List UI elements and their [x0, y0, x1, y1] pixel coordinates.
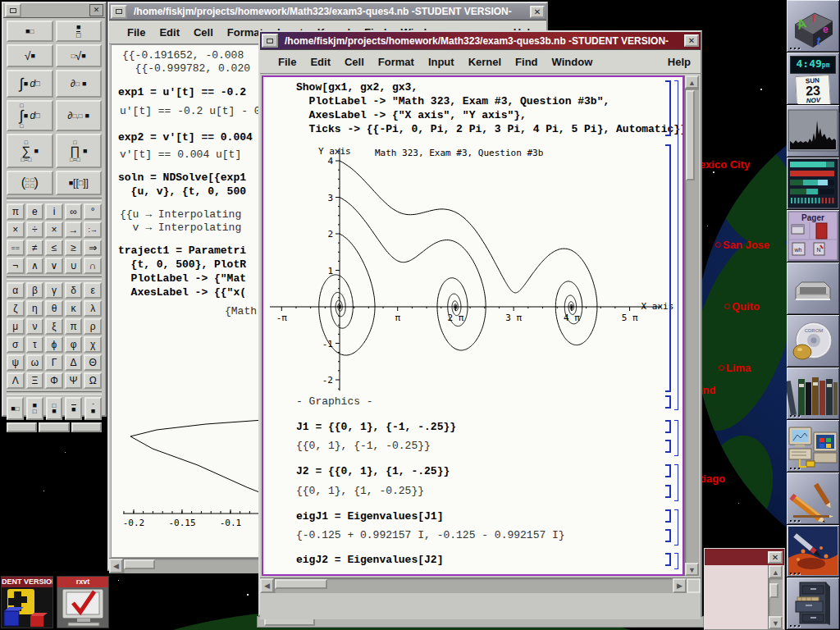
palette-symbol-°[interactable]: ° — [84, 203, 102, 220]
palette-symbol-∞[interactable]: ∞ — [65, 203, 83, 220]
front-hscrollbar[interactable]: ◀ ▶ · — [260, 578, 701, 593]
back-cell-output[interactable]: u'[t] == -0.2 u[t] - 0 — [120, 105, 261, 118]
back-titlebar[interactable]: /home/fiskjm/projects/homework/Math323/e… — [109, 3, 546, 21]
scroll-down-icon[interactable]: ▼ — [769, 616, 783, 629]
cell-bracket[interactable] — [665, 80, 671, 136]
palette-symbol-Ψ[interactable]: Ψ — [65, 372, 83, 389]
front-cell-output[interactable]: {{0, 1}, {1, -0.25}} — [296, 485, 424, 498]
palette-symbol-÷[interactable]: ÷ — [26, 221, 44, 238]
cell-bracket[interactable] — [665, 420, 671, 433]
palette-hat-button[interactable]: ˆ■ — [84, 397, 102, 420]
palette-symbol-e[interactable]: e — [26, 203, 44, 220]
palette-symbol-∩[interactable]: ∩ — [84, 258, 102, 274]
scroll-up-icon[interactable]: ▲ — [769, 565, 783, 578]
books-icon[interactable] — [787, 368, 839, 420]
palette-symbol-ξ[interactable]: ξ — [45, 318, 63, 335]
palette-subscript-button[interactable]: ■□ — [7, 397, 24, 420]
close-icon[interactable]: ✕ — [684, 34, 699, 47]
pager-icon[interactable]: Pager wh N — [787, 210, 839, 262]
front-cell-input[interactable]: eigJ1 = Eigenvalues[J1] — [296, 509, 443, 523]
back-cell-output[interactable]: v'[t] == 0.004 u[t] — [120, 148, 241, 162]
front-titlebar[interactable]: /home/fiskjm/projects/homework/Math323/e… — [260, 32, 701, 50]
palette-definite-integral-button[interactable]: □∫□■ d□ — [7, 100, 53, 131]
palette-symbol-≤[interactable]: ≤ — [45, 240, 63, 256]
front-menu-kernel[interactable]: Kernel — [468, 56, 501, 68]
cell-group-bracket[interactable] — [674, 464, 678, 501]
palette-symbol-φ[interactable]: φ — [65, 336, 83, 353]
palette-symbol-θ[interactable]: θ — [45, 300, 63, 317]
back-cell-plotlabel[interactable]: {Math — [225, 305, 257, 318]
file-cabinet-icon[interactable] — [787, 578, 839, 630]
front-menu-input[interactable]: Input — [428, 56, 454, 68]
palette-symbol-δ[interactable]: δ — [65, 282, 83, 299]
palette-symbol-→[interactable]: → — [65, 221, 83, 238]
front-menu-cell[interactable]: Cell — [345, 56, 364, 68]
palette-symbol-i[interactable]: i — [45, 203, 63, 220]
front-cell-output[interactable]: - Graphics - — [296, 395, 373, 409]
palette-part-button[interactable]: ■[[□]] — [56, 171, 103, 195]
back-menu-edit[interactable]: Edit — [159, 26, 180, 39]
palette-symbol-ζ[interactable]: ζ — [7, 300, 25, 317]
front-menu-window[interactable]: Window — [552, 56, 593, 68]
palette-symbol-τ[interactable]: τ — [26, 336, 44, 353]
cell-bracket[interactable] — [665, 485, 671, 498]
palette-overbar-button[interactable]: ■ — [65, 397, 82, 420]
palette-partial-button[interactable]: ∂□ ■ — [56, 70, 103, 98]
palette-symbol-γ[interactable]: γ — [45, 282, 63, 299]
palette-symbol-ω[interactable]: ω — [26, 354, 44, 371]
close-icon[interactable]: ✕ — [89, 4, 103, 16]
front-cell-input[interactable]: eigJ2 = Eigenvalues[J2] — [296, 553, 443, 567]
front-cell-output[interactable]: {-0.125 + 0.992157 I, -0.125 - 0.992157 … — [296, 529, 565, 542]
window-menu-icon[interactable] — [262, 34, 278, 48]
palette-overscript-button[interactable]: □■ — [46, 397, 63, 420]
close-icon[interactable]: ✕ — [530, 6, 545, 18]
palette-symbol-Λ[interactable]: Λ — [7, 372, 25, 389]
resize-handle[interactable] — [71, 422, 102, 432]
palette-underscript-button[interactable]: ■□ — [26, 397, 43, 420]
palette-symbol-χ[interactable]: χ — [84, 336, 102, 353]
palette-nth-root-button[interactable]: □√■ — [56, 44, 103, 67]
scroll-up-icon[interactable]: ▲ — [685, 75, 699, 89]
palette-symbol-β[interactable]: β — [26, 282, 44, 299]
back-cell-output[interactable]: {{u → Interpolating v → Interpolating — [120, 208, 241, 235]
palette-superscript-button[interactable]: ■□ — [7, 21, 53, 42]
palette-symbol-Ξ[interactable]: Ξ — [26, 372, 44, 389]
palette-symbol-×[interactable]: × — [7, 221, 25, 238]
palette-fraction-button[interactable]: ■□ — [56, 21, 103, 42]
front-menu-help[interactable]: Help — [668, 56, 691, 68]
palette-symbol-κ[interactable]: κ — [65, 300, 83, 317]
front-menu-find[interactable]: Find — [515, 56, 537, 68]
palette-partial2-button[interactable]: ∂□,□ ■ — [56, 100, 103, 131]
palette-symbol-∪[interactable]: ∪ — [65, 258, 83, 274]
palette-symbol-≥[interactable]: ≥ — [65, 240, 83, 256]
palette-symbol-Θ[interactable]: Θ — [84, 354, 102, 371]
palette-symbol-η[interactable]: η — [26, 300, 44, 317]
back-cell-input[interactable]: exp2 = v'[t] == 0.004 — [118, 130, 253, 144]
front-cell-input[interactable]: J1 = {{0, 1}, {-1, -.25}} — [296, 420, 456, 434]
resize-handle[interactable] — [7, 422, 37, 432]
back-menu-file[interactable]: File — [127, 26, 145, 39]
front-menu-edit[interactable]: Edit — [310, 56, 331, 68]
front-vscrollbar[interactable]: ▲ ▼ — [684, 75, 699, 576]
cell-group-bracket[interactable] — [674, 80, 678, 410]
palette-symbol-×[interactable]: × — [45, 221, 63, 238]
palette-symbol-ε[interactable]: ε — [84, 282, 102, 299]
palette-product-button[interactable]: □∏□=□ ■ — [56, 134, 103, 168]
back-menu-cell[interactable]: Cell — [194, 26, 213, 39]
back-cell-input[interactable]: exp1 = u'[t] == -0.2 — [118, 85, 246, 99]
afterstep-logo-icon[interactable]: A f t e — [787, 0, 839, 52]
iconify-icon[interactable] — [5, 3, 21, 17]
palette-symbol-⇒[interactable]: ⇒ — [84, 240, 102, 256]
peek-titlebar[interactable]: ✕ — [705, 549, 784, 565]
rxvt-icon[interactable]: rxvt — [57, 576, 109, 628]
palette-symbol-¬[interactable]: ¬ — [7, 258, 25, 274]
front-cell-input[interactable]: J2 = {{0, 1}, {1, -.25}} — [296, 464, 450, 478]
palette-symbol-λ[interactable]: λ — [84, 300, 102, 317]
front-menu-file[interactable]: File — [278, 56, 296, 68]
palette-symbol-==[interactable]: == — [7, 240, 25, 256]
front-cell-output[interactable]: {{0, 1}, {-1, -0.25}} — [296, 440, 431, 453]
scroll-left-icon[interactable]: ◀ — [109, 559, 123, 573]
network-icon[interactable] — [787, 420, 839, 472]
scroll-right-icon[interactable]: ▶ — [673, 578, 687, 593]
clock-calendar-icon[interactable]: 4:49pm SUN23NOV — [787, 52, 839, 105]
